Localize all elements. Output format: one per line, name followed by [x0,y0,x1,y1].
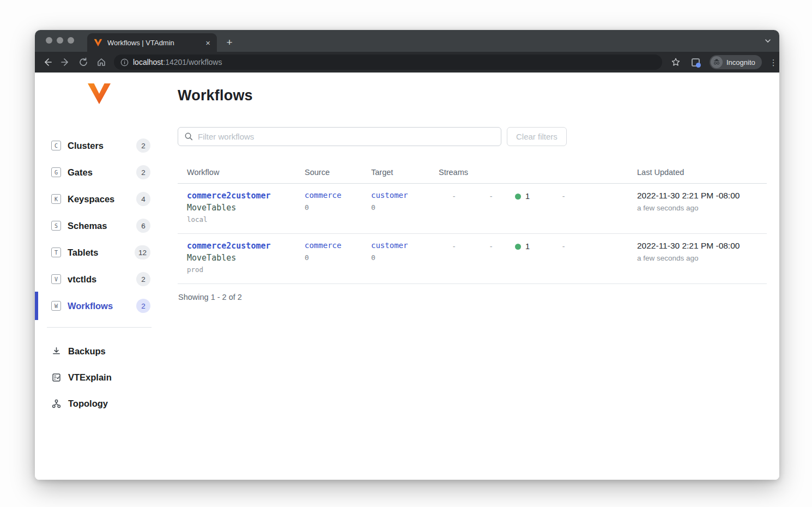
clusters-icon: C [51,141,61,150]
browser-tab[interactable]: Workflows | VTAdmin × [87,33,217,52]
streams-stopped-value: - [559,192,568,201]
bookmark-star-icon[interactable] [671,57,681,67]
sidebar-item-vtexplain[interactable]: VTExplain [35,367,178,387]
url-path: :14201/workflows [163,58,222,67]
source-shard: 0 [305,254,371,262]
col-header-streams: Streams [439,165,637,183]
workflows-icon: W [51,301,61,311]
vtctlds-icon: V [51,274,61,284]
sidebar-item-label: Topology [68,399,108,409]
sidebar-item-schemas[interactable]: S Schemas 6 [35,216,178,236]
sidebar-item-label: Schemas [68,221,107,231]
last-updated-timestamp: 2022-11-30 2:21 PM -08:00 [637,241,767,251]
table-header-row: Workflow Source Target Streams Last Upda… [178,165,767,184]
sidebar-divider [47,327,152,328]
sidebar-item-keyspaces[interactable]: K Keyspaces 4 [35,189,178,209]
tab-strip: Workflows | VTAdmin × + [35,30,779,52]
site-info-icon[interactable] [120,58,129,67]
sidebar-item-label: VTExplain [68,372,112,383]
back-icon[interactable] [42,57,53,68]
sidebar-item-label: vtctlds [68,274,96,285]
url-text: localhost:14201/workflows [133,57,222,67]
streams-running-count: 1 [525,192,530,201]
last-updated-relative: a few seconds ago [637,204,767,212]
document-check-icon [51,372,62,383]
forward-icon[interactable] [60,57,71,68]
reload-icon[interactable] [78,57,89,68]
tablets-icon: T [51,248,61,257]
last-updated-cell: 2022-11-30 2:21 PM -08:00 a few seconds … [637,191,767,224]
target-keyspace-link[interactable]: customer [371,191,439,200]
target-cell: customer 0 [371,241,439,274]
tab-close-icon[interactable]: × [205,39,210,47]
workflow-link[interactable]: commerce2customer [187,241,305,251]
sidebar-item-backups[interactable]: Backups [35,341,178,361]
sidebar-tools: Backups VTExplain [35,341,178,413]
source-cell: commerce 0 [305,241,371,274]
sidebar-item-topology[interactable]: Topology [35,394,178,413]
incognito-badge: Incognito [710,55,762,69]
sidebar-item-gates[interactable]: G Gates 2 [35,162,178,182]
sidebar-item-clusters[interactable]: C Clusters 2 [35,136,178,155]
streams-copying-value: - [450,192,458,201]
sidebar-item-vtctlds[interactable]: V vtctlds 2 [35,269,178,289]
table-row: commerce2customer MoveTables local comme… [178,184,767,234]
new-tab-button[interactable]: + [222,35,237,50]
url-host: localhost [133,58,163,67]
window-zoom-button[interactable] [68,37,74,44]
address-bar[interactable]: localhost:14201/workflows [114,55,662,70]
sidebar-item-label: Gates [68,167,93,178]
window-close-button[interactable] [46,37,52,44]
sidebar-item-workflows[interactable]: W Workflows 2 [35,296,178,316]
count-badge: 6 [136,219,150,233]
page-title: Workflows [178,87,767,104]
count-badge: 2 [136,165,150,179]
workflow-type: MoveTables [187,203,305,213]
schemas-icon: S [51,221,61,231]
stream-running-dot [515,244,521,250]
last-updated-cell: 2022-11-30 2:21 PM -08:00 a few seconds … [637,241,767,274]
side-panel-extension-icon[interactable] [692,58,700,67]
results-summary: Showing 1 - 2 of 2 [178,293,767,301]
filter-row: Clear filters [178,127,767,146]
target-keyspace-link[interactable]: customer [371,241,439,250]
source-shard: 0 [305,203,371,212]
workflow-cell: commerce2customer MoveTables prod [178,241,305,274]
home-icon[interactable] [96,57,107,68]
sidebar-item-label: Tablets [68,248,99,258]
source-keyspace-link[interactable]: commerce [305,191,371,200]
count-badge: 12 [135,245,150,259]
clear-filters-button[interactable]: Clear filters [507,127,567,146]
stream-running-dot [515,194,521,200]
topology-icon [51,399,62,409]
last-updated-timestamp: 2022-11-30 2:21 PM -08:00 [637,191,767,201]
incognito-label: Incognito [726,58,755,67]
sidebar-item-label: Backups [68,346,106,357]
window-controls[interactable] [46,37,74,44]
page-content: C Clusters 2 G Gates 2 K Keyspaces 4 S S… [35,73,779,480]
target-shard: 0 [371,254,439,262]
workflow-link[interactable]: commerce2customer [187,191,305,201]
target-cell: customer 0 [371,191,439,224]
workflow-cluster: prod [187,265,305,274]
tab-title: Workflows | VTAdmin [107,39,201,47]
target-shard: 0 [371,203,439,212]
vitess-logo[interactable] [86,82,112,105]
filter-workflows-input[interactable] [178,127,501,146]
streams-error-value: - [487,242,495,251]
workflow-cluster: local [187,215,305,224]
workflows-table: Workflow Source Target Streams Last Upda… [178,165,767,301]
window-minimize-button[interactable] [57,37,63,44]
gates-icon: G [51,167,61,177]
workflow-type: MoveTables [187,253,305,263]
sidebar-item-tablets[interactable]: T Tablets 12 [35,243,178,262]
streams-error-value: - [487,192,495,201]
sidebar-item-label: Workflows [68,301,113,311]
sidebar-item-label: Clusters [68,141,104,151]
incognito-icon [711,56,723,68]
count-badge: 4 [136,192,150,206]
chevron-down-icon[interactable] [764,37,772,45]
browser-menu-icon[interactable]: ⋮ [769,61,774,64]
count-badge: 2 [136,272,150,286]
source-keyspace-link[interactable]: commerce [305,241,371,250]
